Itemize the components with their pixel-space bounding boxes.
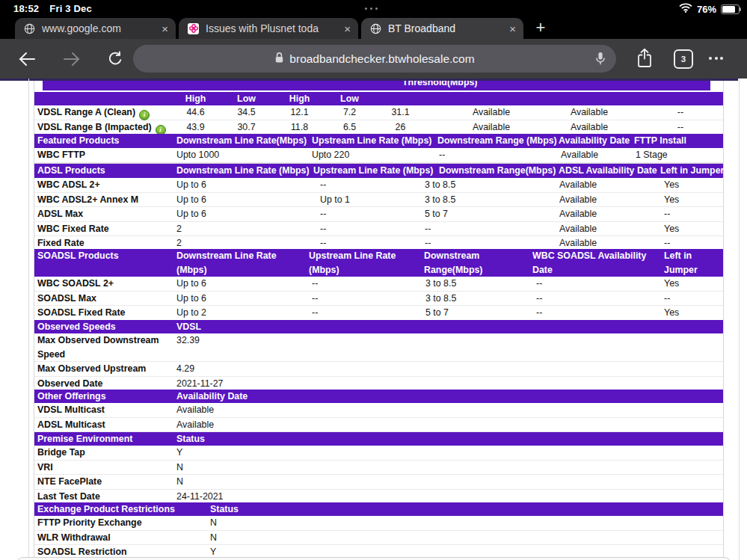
table-cell: 7.2 <box>333 105 366 120</box>
battery-percent: 76% <box>697 4 716 15</box>
table-cell: Up to 6 <box>176 193 304 207</box>
table-cell: Yes <box>664 178 724 192</box>
close-icon[interactable]: × <box>162 23 168 34</box>
table-header-cell: Upstream Line Rate (Mbps) <box>309 249 417 277</box>
forward-arrow-icon[interactable] <box>60 49 84 69</box>
table-cell: WBC ADSL 2+ <box>37 178 176 192</box>
table-row: WBC ADSL2+ Annex MUp to 6Up to 13 to 8.5… <box>34 193 723 208</box>
share-icon[interactable] <box>633 48 657 67</box>
battery-icon <box>721 4 740 14</box>
table-header-cell: ADSL Availability Date <box>559 164 660 178</box>
table-cell: -- <box>425 222 514 236</box>
table-cell: 3 to 8.5 <box>425 178 514 192</box>
table-cell: Up to 6 <box>176 207 304 221</box>
new-tab-button[interactable]: + <box>528 18 553 39</box>
tab-bt-broadband[interactable]: BT Broadband × <box>361 18 523 39</box>
table-cell: ADSL Multicast <box>37 418 176 432</box>
tab-title: BT Broadband <box>388 22 503 34</box>
table-header-row: Featured ProductsDownstream Line Rate(Mb… <box>34 134 723 148</box>
table-cell: N <box>210 531 345 545</box>
table-cell: -- <box>320 178 410 192</box>
tab-google[interactable]: www.google.com × <box>15 18 176 39</box>
table-cell: 6.5 <box>333 120 366 135</box>
table-header-cell: Upstream Line Rate (Mbps) <box>313 164 437 178</box>
back-arrow-icon[interactable] <box>15 49 39 69</box>
globe-icon <box>370 23 381 34</box>
table-cell: N <box>210 516 345 530</box>
microphone-icon[interactable] <box>595 52 606 69</box>
table-row: FTTP Priority ExchangeN <box>34 516 723 531</box>
table-row: WLR WithdrawalN <box>34 531 723 546</box>
table-cell: 5 to 7 <box>425 306 515 320</box>
table-cell: -- <box>312 277 402 291</box>
table-cell: 31.1 <box>384 105 417 120</box>
table-cell: -- <box>647 105 714 120</box>
table-section-vdsl-ranges: Threshold(Mbps)HighLowHighLowVDSL Range … <box>34 81 724 136</box>
table-cell: 5 to 7 <box>425 207 514 221</box>
url-bar[interactable]: broadbandchecker.btwholesale.com <box>133 45 616 73</box>
reload-icon[interactable] <box>103 49 127 69</box>
table-cell: SOADSL Max <box>37 292 176 306</box>
table-header-row: SOADSL ProductsDownstream Line Rate (Mbp… <box>34 249 723 277</box>
table-cell: -- <box>536 277 648 291</box>
table-cell: N <box>176 475 341 489</box>
overflow-menu-icon[interactable] <box>709 57 723 60</box>
table-header-cell: Downstream Line Rate(Mbps) <box>176 134 311 148</box>
table-cell: WBC SOADSL 2+ <box>37 277 176 291</box>
table-cell: FTTP Priority Exchange <box>37 516 198 530</box>
page-right-border <box>739 79 740 560</box>
table-cell: -- <box>536 292 648 306</box>
table-cell: Y <box>176 446 341 460</box>
table-header-row: Exchange Product RestrictionsStatus <box>34 502 723 516</box>
table-cell: SOADSL Fixed Rate <box>37 306 176 320</box>
table-cell: -- <box>312 306 402 320</box>
table-cell: 11.8 <box>283 120 316 135</box>
table-header-cell: High <box>283 92 316 105</box>
table-cell: N <box>176 461 341 475</box>
navigation-bar: broadbandchecker.btwholesale.com 3 <box>0 39 747 79</box>
table-cell: VDSL Range A (Clean)i <box>37 105 176 120</box>
tab-count-button[interactable]: 3 <box>674 49 693 69</box>
table-header-cell: ADSL Products <box>37 164 176 178</box>
info-icon[interactable]: i <box>139 110 150 120</box>
table-header-cell: Downstream Line Rate (Mbps) <box>176 249 300 277</box>
table-header-cell: Upstream Line Rate (Mbps) <box>312 134 435 148</box>
table-header-cell: Left in Jumper <box>660 164 728 178</box>
table-section-soadsl-products: SOADSL ProductsDownstream Line Rate (Mbp… <box>34 249 724 321</box>
table-row: VDSL MulticastAvailable <box>34 403 723 418</box>
clipped-footer-card: The exchange is not in a current fibre p… <box>16 557 731 560</box>
table-cell: -- <box>320 222 410 236</box>
table-cell: 3 to 8.5 <box>425 193 514 207</box>
table-row: NTE FacePlateN <box>34 475 723 490</box>
table-row: VDSL Range A (Clean)i44.634.512.17.231.1… <box>34 105 723 120</box>
table-header-cell: Status <box>176 432 289 446</box>
table-cell: VDSL Multicast <box>37 403 176 417</box>
close-icon[interactable]: × <box>344 23 351 34</box>
table-cell: 2021-11-27 <box>176 377 341 391</box>
clipped-header-text: Threshold(Mbps) <box>402 81 478 88</box>
table-cell: 32.39 <box>176 333 341 348</box>
clipped-table-header: Threshold(Mbps) <box>34 81 723 92</box>
table-cell: Max Observed Downstream Speed <box>37 333 170 361</box>
table-row: WBC SOADSL 2+Up to 6--3 to 8.5--Yes <box>34 277 723 292</box>
tab-title: www.google.com <box>42 22 156 34</box>
table-section-adsl-products: ADSL ProductsDownstream Line Rate (Mbps)… <box>34 164 724 252</box>
table-header-cell: WBC SOADSL Availability Date <box>532 249 663 277</box>
table-cell: NTE FacePlate <box>37 475 187 489</box>
table-header-cell: Featured Products <box>37 134 176 148</box>
table-cell: -- <box>320 207 410 221</box>
table-header-row: ADSL ProductsDownstream Line Rate (Mbps)… <box>34 164 723 178</box>
status-time: 18:52 <box>13 3 39 14</box>
table-cell: Up to 1 <box>320 193 410 207</box>
table-cell: WBC ADSL2+ Annex M <box>37 193 176 207</box>
table-section-other-offerings: Other OfferingsAvailability DateVDSL Mul… <box>34 390 724 433</box>
close-icon[interactable]: × <box>509 23 516 34</box>
table-cell: -- <box>312 292 402 306</box>
table-section-exchange-product-restrictions: Exchange Product RestrictionsStatusFTTP … <box>34 502 724 560</box>
table-cell: Available <box>556 105 623 120</box>
table-row: Bridge TapY <box>34 446 723 461</box>
tab-plusnet[interactable]: Issues with Plusnet toda × <box>179 18 358 39</box>
table-cell: 34.5 <box>230 105 263 120</box>
table-cell: 2 <box>176 222 304 236</box>
table-row: WBC FTTPUpto 1000Upto 220--Available1 St… <box>34 148 723 163</box>
